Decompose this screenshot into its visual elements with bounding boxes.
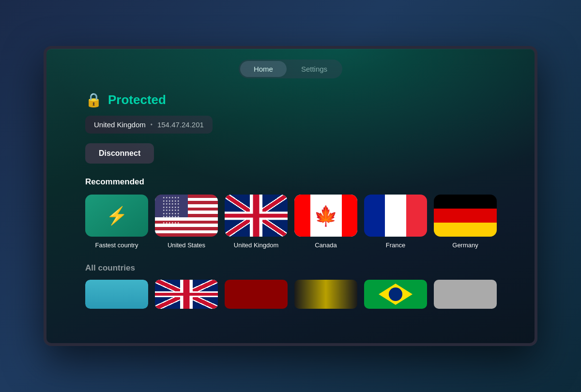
country-label-fastest: Fastest country	[95, 241, 138, 249]
flag-us: ★★★★★★★★★★★★★★★★★★★★★★★★★★★★★★★★★★★★★★★★…	[155, 195, 218, 237]
country-item-germany[interactable]: Germany	[434, 195, 497, 249]
brazil-circle	[389, 287, 402, 301]
country-item-br[interactable]	[294, 280, 357, 309]
fastest-flag-bg: ⚡	[85, 195, 148, 237]
country-label-us: United States	[168, 241, 205, 249]
connection-ip: 154.47.24.201	[157, 121, 204, 129]
germany-red	[434, 209, 497, 223]
us-flag-graphic: ★★★★★★★★★★★★★★★★★★★★★★★★★★★★★★★★★★★★★★★★…	[155, 195, 218, 237]
flag-br2	[364, 280, 427, 309]
country-item-uk[interactable]: United Kingdom	[225, 195, 288, 249]
us-stars: ★★★★★★★★★★★★★★★★★★★★★★★★★★★★★★★★★★★★★★★★…	[163, 196, 180, 225]
canada-flag-graphic: 🍁	[294, 195, 357, 237]
tab-home[interactable]: Home	[240, 61, 287, 77]
at-flag-bg	[155, 280, 218, 309]
nl-flag-bg	[434, 280, 497, 309]
flag-uk	[225, 195, 288, 237]
recommended-grid: ⚡ Fastest country ★★★★★★★★★★★★★★★★★★★★★★…	[85, 195, 496, 249]
flag-au	[85, 280, 148, 309]
recommended-title: Recommended	[85, 177, 496, 187]
disconnect-button[interactable]: Disconnect	[85, 143, 154, 164]
nav-bar: Home Settings	[46, 49, 535, 87]
country-item-jp[interactable]	[225, 280, 288, 309]
country-label-canada: Canada	[315, 241, 337, 249]
status-text: Protected	[108, 92, 166, 107]
flag-jp	[225, 280, 288, 309]
connected-country: United Kingdom	[94, 121, 146, 129]
country-item-br2[interactable]	[364, 280, 427, 309]
canada-right-band	[342, 195, 358, 237]
all-countries-title: All countries	[85, 263, 496, 273]
country-item-at[interactable]	[155, 280, 218, 309]
country-item-fastest[interactable]: ⚡ Fastest country	[85, 195, 148, 249]
us-canton: ★★★★★★★★★★★★★★★★★★★★★★★★★★★★★★★★★★★★★★★★…	[155, 195, 188, 217]
jp-flag-bg	[225, 280, 288, 309]
country-item-us[interactable]: ★★★★★★★★★★★★★★★★★★★★★★★★★★★★★★★★★★★★★★★★…	[155, 195, 218, 249]
canada-center: 🍁	[310, 195, 342, 237]
country-item-france[interactable]: France	[364, 195, 427, 249]
maple-leaf-icon: 🍁	[314, 206, 338, 226]
all-countries-grid	[85, 280, 496, 309]
country-item-nl[interactable]	[434, 280, 497, 309]
brazil-diamond	[379, 284, 413, 305]
tab-settings[interactable]: Settings	[288, 61, 341, 77]
country-label-uk: United Kingdom	[234, 241, 279, 249]
au-flag-bg	[85, 280, 148, 309]
status-header: 🔒 Protected	[85, 92, 496, 108]
lock-icon: 🔒	[85, 92, 102, 108]
canada-left-band	[294, 195, 310, 237]
flag-canada: 🍁	[294, 195, 357, 237]
country-label-france: France	[386, 241, 405, 249]
france-flag-graphic	[364, 195, 427, 237]
lightning-icon: ⚡	[106, 206, 128, 226]
flag-france	[364, 195, 427, 237]
france-white	[385, 195, 406, 237]
flag-germany	[434, 195, 497, 237]
country-item-au[interactable]	[85, 280, 148, 309]
tv-screen: Home Settings 🔒 Protected United Kingdom…	[44, 46, 537, 346]
uk-flag-graphic	[225, 195, 288, 237]
flag-nl	[434, 280, 497, 309]
country-label-germany: Germany	[452, 241, 478, 249]
flag-fastest: ⚡	[85, 195, 148, 237]
flag-br	[294, 280, 357, 309]
france-blue	[364, 195, 385, 237]
uk-red-vertical	[253, 195, 260, 237]
main-content: 🔒 Protected United Kingdom • 154.47.24.2…	[46, 87, 535, 309]
br2-flag-bg	[364, 280, 427, 309]
france-red	[406, 195, 427, 237]
country-item-canada[interactable]: 🍁 Canada	[294, 195, 357, 249]
at-cross-vr	[183, 280, 190, 309]
nav-tabs: Home Settings	[239, 60, 342, 78]
br-flag-bg	[294, 280, 357, 309]
germany-black	[434, 195, 497, 209]
germany-gold	[434, 223, 497, 237]
germany-flag-graphic	[434, 195, 497, 237]
connection-separator: •	[151, 121, 153, 128]
flag-at	[155, 280, 218, 309]
connection-info: United Kingdom • 154.47.24.201	[85, 116, 213, 134]
